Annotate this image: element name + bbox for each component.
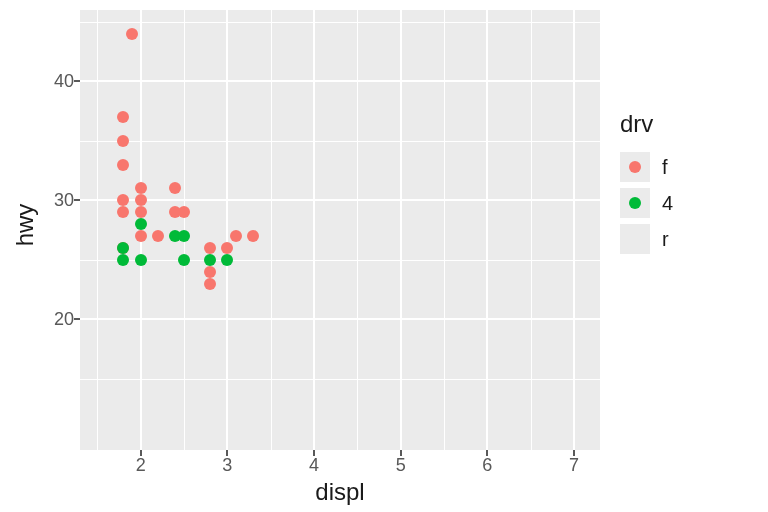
- legend-item-r: r: [620, 224, 760, 254]
- grid-v-minor: [271, 10, 272, 450]
- legend-label: 4: [662, 192, 673, 215]
- grid-h-major: [80, 199, 600, 201]
- data-point: [247, 230, 259, 242]
- scatter-figure: hwy displ drv f4r: [0, 0, 768, 512]
- y-tick-mark: [74, 199, 80, 201]
- data-point: [178, 254, 190, 266]
- y-tick-mark: [74, 80, 80, 82]
- plot-panel: [80, 10, 600, 450]
- legend-label: f: [662, 156, 668, 179]
- x-tick-mark: [400, 450, 402, 456]
- data-point: [230, 230, 242, 242]
- data-point: [135, 254, 147, 266]
- grid-v-major: [226, 10, 228, 450]
- grid-v-major: [573, 10, 575, 450]
- grid-v-minor: [97, 10, 98, 450]
- data-point: [135, 218, 147, 230]
- y-axis-title: hwy: [10, 0, 40, 450]
- grid-h-major: [80, 318, 600, 320]
- grid-h-minor: [80, 22, 600, 23]
- grid-v-minor: [444, 10, 445, 450]
- data-point: [117, 159, 129, 171]
- data-point: [135, 194, 147, 206]
- legend-item-f: f: [620, 152, 760, 182]
- data-point: [117, 135, 129, 147]
- data-point: [178, 230, 190, 242]
- data-point: [152, 230, 164, 242]
- data-point: [221, 254, 233, 266]
- data-point: [117, 254, 129, 266]
- grid-h-minor: [80, 260, 600, 261]
- grid-v-major: [400, 10, 402, 450]
- data-point: [178, 206, 190, 218]
- legend: drv f4r: [620, 110, 760, 260]
- x-axis-title-text: displ: [315, 478, 364, 505]
- data-point: [204, 278, 216, 290]
- grid-v-minor: [357, 10, 358, 450]
- x-tick-mark: [313, 450, 315, 456]
- grid-h-minor: [80, 141, 600, 142]
- x-tick-label: 7: [569, 455, 579, 476]
- x-tick-label: 6: [482, 455, 492, 476]
- legend-item-4: 4: [620, 188, 760, 218]
- legend-title: drv: [620, 110, 760, 138]
- grid-v-major: [486, 10, 488, 450]
- x-axis-title: displ: [80, 478, 600, 506]
- legend-swatch-icon: [629, 161, 641, 173]
- data-point: [204, 266, 216, 278]
- x-tick-label: 5: [396, 455, 406, 476]
- x-tick-mark: [573, 450, 575, 456]
- y-tick-mark: [74, 318, 80, 320]
- x-tick-mark: [140, 450, 142, 456]
- data-point: [126, 28, 138, 40]
- x-tick-label: 2: [136, 455, 146, 476]
- data-point: [204, 242, 216, 254]
- y-tick-label: 20: [14, 309, 74, 330]
- x-tick-label: 3: [222, 455, 232, 476]
- legend-key: [620, 152, 650, 182]
- legend-swatch-icon: [629, 197, 641, 209]
- x-tick-mark: [486, 450, 488, 456]
- y-tick-label: 40: [14, 71, 74, 92]
- data-point: [135, 230, 147, 242]
- grid-h-minor: [80, 379, 600, 380]
- data-point: [221, 242, 233, 254]
- data-point: [117, 111, 129, 123]
- y-tick-label: 30: [14, 190, 74, 211]
- legend-key: [620, 188, 650, 218]
- legend-key: [620, 224, 650, 254]
- x-tick-label: 4: [309, 455, 319, 476]
- data-point: [169, 182, 181, 194]
- data-point: [117, 206, 129, 218]
- grid-v-minor: [531, 10, 532, 450]
- data-point: [117, 194, 129, 206]
- grid-h-major: [80, 80, 600, 82]
- data-point: [117, 242, 129, 254]
- grid-v-major: [313, 10, 315, 450]
- x-tick-mark: [226, 450, 228, 456]
- data-point: [135, 182, 147, 194]
- data-point: [135, 206, 147, 218]
- legend-label: r: [662, 228, 669, 251]
- data-point: [204, 254, 216, 266]
